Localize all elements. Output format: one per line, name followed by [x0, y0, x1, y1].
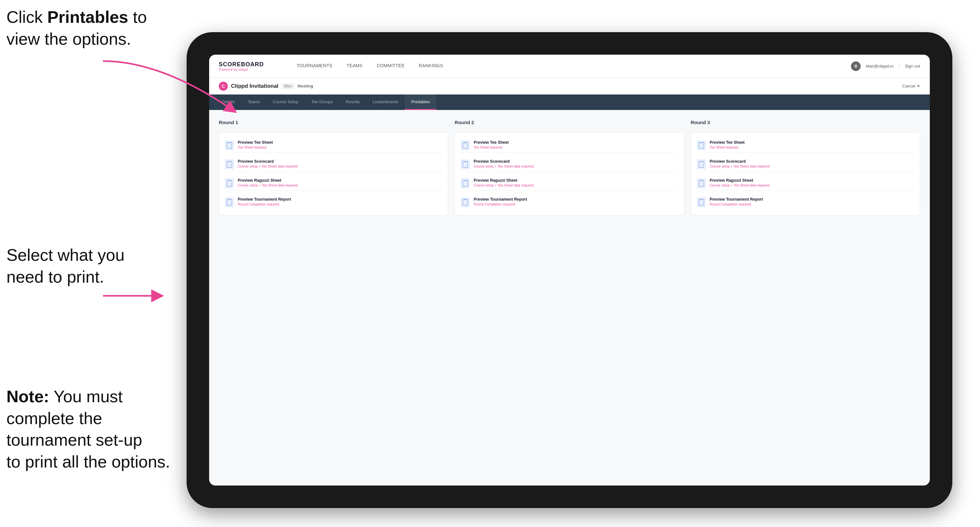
tee-sheet-text-r2: Preview Tee Sheet Tee Sheet required — [474, 140, 509, 149]
content-area: Round 1 Preview Tee Sheet Tee Sheet requ… — [209, 110, 930, 486]
report-text-r3: Preview Tournament Report Round Completi… — [710, 197, 763, 206]
raguzzi-text-r1: Preview Raguzzi Sheet Course setup + Tee… — [238, 178, 298, 187]
tab-course-setup[interactable]: Course Setup — [266, 95, 305, 110]
tee-sheet-sublabel-r3: Tee Sheet required — [710, 145, 745, 149]
scorecard-sublabel-r1: Course setup + Tee Sheet data required — [238, 164, 298, 168]
round-3-scorecard[interactable]: Preview Scorecard Course setup + Tee She… — [697, 157, 914, 172]
round-3-column: Round 3 Preview Tee Sheet Tee Sheet requ… — [691, 120, 920, 476]
tee-sheet-icon-r3 — [697, 140, 706, 151]
arrow-to-printables — [97, 55, 245, 125]
round-1-scorecard[interactable]: Preview Scorecard Course setup + Tee She… — [225, 157, 442, 172]
nav-link-committee[interactable]: COMMITTEE — [370, 55, 412, 78]
tab-leaderboards[interactable]: Leaderboards — [366, 95, 405, 110]
round-1-tournament-report[interactable]: Preview Tournament Report Round Completi… — [225, 195, 442, 210]
tee-sheet-sublabel-r2: Tee Sheet required — [474, 145, 509, 149]
tournament-header: C Clippd Invitational Men Hosting Cancel… — [209, 78, 930, 95]
cancel-icon: ✕ — [916, 84, 920, 89]
tee-sheet-label-r1: Preview Tee Sheet — [238, 140, 273, 145]
tournament-status: Hosting — [298, 84, 313, 89]
tee-sheet-text-r1: Preview Tee Sheet Tee Sheet required — [238, 140, 273, 149]
report-sublabel-r1: Round Completion required — [238, 202, 291, 206]
nav-link-rankings[interactable]: RANKINGS — [412, 55, 450, 78]
report-icon-r2 — [461, 197, 470, 207]
tee-sheet-sublabel-r1: Tee Sheet required — [238, 145, 273, 149]
tablet-screen: SCOREBOARD Powered by clippd TOURNAMENTS… — [209, 55, 930, 486]
tab-printables[interactable]: Printables — [405, 95, 436, 110]
round-1-raguzzi[interactable]: Preview Raguzzi Sheet Course setup + Tee… — [225, 176, 442, 190]
tee-sheet-icon-r1 — [225, 140, 234, 151]
report-sublabel-r2: Round Completion required — [474, 202, 527, 206]
report-text-r2: Preview Tournament Report Round Completi… — [474, 197, 527, 206]
raguzzi-text-r3: Preview Raguzzi Sheet Course setup + Tee… — [710, 178, 770, 187]
tab-tee-groups[interactable]: Tee Groups — [305, 95, 339, 110]
tab-teams[interactable]: Teams — [241, 95, 266, 110]
nav-links: TOURNAMENTS TEAMS COMMITTEE RANKINGS — [290, 55, 851, 78]
tee-sheet-label-r3: Preview Tee Sheet — [710, 140, 745, 145]
scorecard-label-r1: Preview Scorecard — [238, 159, 298, 163]
scorecard-sublabel-r2: Course setup + Tee Sheet data required — [474, 164, 533, 168]
round-3-raguzzi[interactable]: Preview Raguzzi Sheet Course setup + Tee… — [697, 176, 914, 190]
raguzzi-label-r3: Preview Raguzzi Sheet — [710, 178, 770, 183]
scorecard-text-r2: Preview Scorecard Course setup + Tee She… — [474, 159, 533, 168]
round-3-tournament-report[interactable]: Preview Tournament Report Round Completi… — [697, 195, 914, 210]
annotation-bold-printables: Printables — [47, 8, 128, 26]
scorecard-text-r3: Preview Scorecard Course setup + Tee She… — [710, 159, 770, 168]
scorecard-icon-r2 — [461, 159, 470, 170]
scorecard-icon-r1 — [225, 159, 234, 170]
round-2-scorecard[interactable]: Preview Scorecard Course setup + Tee She… — [461, 157, 678, 172]
user-avatar: B — [851, 62, 861, 71]
raguzzi-text-r2: Preview Raguzzi Sheet Course setup + Tee… — [474, 178, 533, 187]
tee-sheet-text-r3: Preview Tee Sheet Tee Sheet required — [710, 140, 745, 149]
user-email: blair@clippd.io — [866, 63, 893, 68]
round-1-column: Round 1 Preview Tee Sheet Tee Sheet requ… — [219, 120, 448, 476]
arrow-to-raguzzi — [97, 280, 167, 312]
round-1-tee-sheet[interactable]: Preview Tee Sheet Tee Sheet required — [225, 138, 442, 153]
round-2-tee-sheet[interactable]: Preview Tee Sheet Tee Sheet required — [461, 138, 678, 153]
round-2-title: Round 2 — [455, 120, 684, 128]
nav-separator: | — [899, 63, 900, 68]
raguzzi-label-r1: Preview Raguzzi Sheet — [238, 178, 298, 183]
tee-sheet-label-r2: Preview Tee Sheet — [474, 140, 509, 145]
raguzzi-sublabel-r3: Course setup + Tee Sheet data required — [710, 183, 770, 187]
tournament-badge: Men — [282, 83, 294, 89]
scorecard-sublabel-r3: Course setup + Tee Sheet data required — [710, 164, 770, 168]
raguzzi-sublabel-r2: Course setup + Tee Sheet data required — [474, 183, 533, 187]
report-label-r1: Preview Tournament Report — [238, 197, 291, 202]
report-sublabel-r3: Round Completion required — [710, 202, 763, 206]
round-1-card: Preview Tee Sheet Tee Sheet required Pre… — [219, 132, 448, 216]
scorecard-icon-r3 — [697, 159, 706, 170]
annotation-note-bold: Note: — [6, 387, 49, 406]
scorecard-label-r2: Preview Scorecard — [474, 159, 533, 163]
scorecard-label-r3: Preview Scorecard — [710, 159, 770, 163]
report-icon-r3 — [697, 197, 706, 207]
round-3-tee-sheet[interactable]: Preview Tee Sheet Tee Sheet required — [697, 138, 914, 153]
report-label-r2: Preview Tournament Report — [474, 197, 527, 202]
cancel-label: Cancel — [902, 84, 915, 89]
round-1-title: Round 1 — [219, 120, 448, 128]
cancel-button[interactable]: Cancel ✕ — [902, 84, 920, 89]
round-2-raguzzi[interactable]: Preview Raguzzi Sheet Course setup + Tee… — [461, 176, 678, 190]
report-label-r3: Preview Tournament Report — [710, 197, 763, 202]
top-nav: SCOREBOARD Powered by clippd TOURNAMENTS… — [209, 55, 930, 78]
report-text-r1: Preview Tournament Report Round Completi… — [238, 197, 291, 206]
raguzzi-icon-r2 — [461, 178, 470, 189]
annotation-top: Click Printables toview the options. — [6, 6, 147, 50]
round-2-tournament-report[interactable]: Preview Tournament Report Round Completi… — [461, 195, 678, 210]
annotation-bottom: Note: You mustcomplete thetournament set… — [6, 386, 170, 473]
nav-link-teams[interactable]: TEAMS — [339, 55, 370, 78]
sub-tabs: Details Teams Course Setup Tee Groups Re… — [209, 95, 930, 110]
nav-link-tournaments[interactable]: TOURNAMENTS — [290, 55, 339, 78]
sign-out-link[interactable]: Sign out — [905, 63, 920, 68]
round-2-column: Round 2 Preview Tee Sheet Tee Sheet requ… — [455, 120, 684, 476]
nav-right: B blair@clippd.io | Sign out — [851, 62, 920, 71]
tablet-frame: SCOREBOARD Powered by clippd TOURNAMENTS… — [187, 32, 952, 508]
tee-sheet-icon-r2 — [461, 140, 470, 151]
round-3-title: Round 3 — [691, 120, 920, 128]
tab-results[interactable]: Results — [339, 95, 366, 110]
scorecard-text-r1: Preview Scorecard Course setup + Tee She… — [238, 159, 298, 168]
raguzzi-icon-r1 — [225, 178, 234, 189]
round-3-card: Preview Tee Sheet Tee Sheet required Pre… — [691, 132, 920, 216]
raguzzi-icon-r3 — [697, 178, 706, 189]
report-icon-r1 — [225, 197, 234, 207]
round-2-card: Preview Tee Sheet Tee Sheet required Pre… — [455, 132, 684, 216]
